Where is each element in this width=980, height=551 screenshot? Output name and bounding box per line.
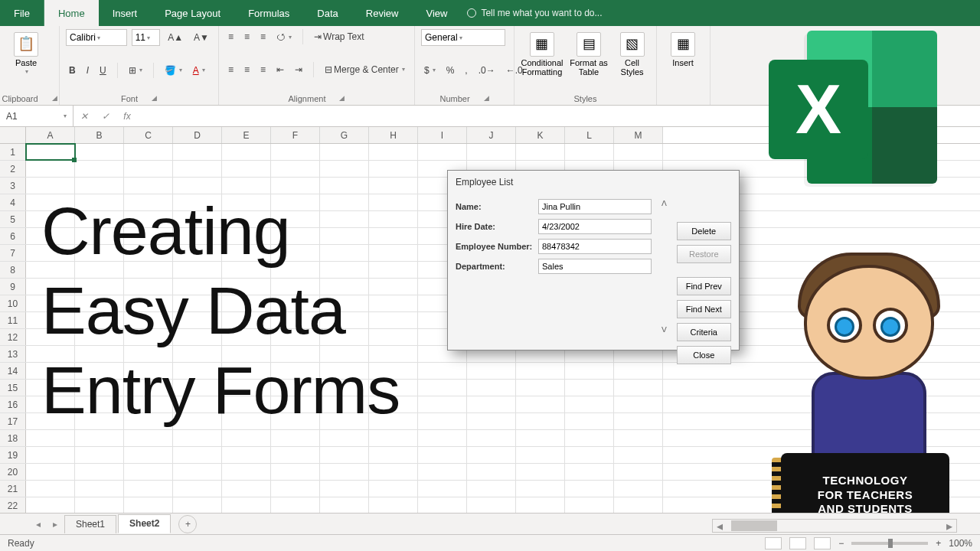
col-header[interactable]: L bbox=[565, 127, 614, 143]
cell[interactable] bbox=[467, 464, 516, 480]
row-header[interactable]: 21 bbox=[0, 481, 26, 497]
dialog-launcher-icon[interactable]: ◢ bbox=[339, 94, 345, 103]
align-left-button[interactable]: ≡ bbox=[225, 63, 237, 77]
cell[interactable] bbox=[320, 481, 369, 497]
cell[interactable] bbox=[75, 497, 124, 514]
find-next-button[interactable]: Find Next bbox=[677, 300, 732, 318]
sheet-tab[interactable]: Sheet1 bbox=[64, 515, 116, 533]
row-header[interactable]: 17 bbox=[0, 413, 26, 429]
insert-cells-button[interactable]: ▦Insert bbox=[663, 29, 703, 83]
col-header[interactable]: K bbox=[516, 127, 565, 143]
name-field[interactable] bbox=[538, 199, 652, 214]
borders-button[interactable]: ⊞▾ bbox=[126, 64, 145, 77]
department-field[interactable] bbox=[538, 259, 652, 274]
increase-indent-button[interactable]: ⇥ bbox=[292, 63, 305, 77]
cell[interactable] bbox=[271, 497, 320, 514]
col-header[interactable]: H bbox=[369, 127, 418, 143]
page-layout-view-button[interactable] bbox=[789, 537, 806, 549]
cell[interactable] bbox=[124, 430, 173, 446]
tell-me-search[interactable]: Tell me what you want to do... bbox=[467, 0, 602, 26]
cell[interactable] bbox=[173, 430, 222, 446]
align-bottom-button[interactable]: ≡ bbox=[257, 30, 269, 44]
tab-file[interactable]: File bbox=[0, 0, 44, 26]
cell[interactable] bbox=[320, 497, 369, 514]
zoom-in-button[interactable]: + bbox=[936, 538, 941, 549]
cell[interactable] bbox=[418, 447, 467, 463]
cell[interactable] bbox=[75, 430, 124, 446]
record-scrollbar[interactable]: ᐱᐯ bbox=[658, 199, 671, 334]
bold-button[interactable]: B bbox=[66, 64, 79, 77]
cell[interactable] bbox=[565, 413, 614, 429]
cell[interactable] bbox=[173, 497, 222, 514]
cell[interactable] bbox=[222, 144, 271, 160]
cell[interactable] bbox=[26, 481, 75, 497]
sheet-nav-prev[interactable]: ◂ bbox=[31, 519, 46, 530]
cell[interactable] bbox=[565, 464, 614, 480]
row-header[interactable]: 11 bbox=[0, 312, 26, 328]
cell[interactable] bbox=[271, 430, 320, 446]
name-box[interactable]: A1▾ bbox=[0, 106, 74, 126]
increase-font-button[interactable]: A▲ bbox=[165, 31, 186, 44]
cell[interactable] bbox=[418, 396, 467, 412]
align-top-button[interactable]: ≡ bbox=[225, 30, 237, 44]
cell[interactable] bbox=[75, 464, 124, 480]
cell[interactable] bbox=[124, 464, 173, 480]
format-as-table-button[interactable]: ▤Format as Table bbox=[568, 29, 609, 83]
cell[interactable] bbox=[26, 464, 75, 480]
row-header[interactable]: 10 bbox=[0, 295, 26, 311]
cell[interactable] bbox=[614, 396, 663, 412]
col-header[interactable]: A bbox=[26, 127, 75, 143]
cell[interactable] bbox=[467, 430, 516, 446]
cell[interactable] bbox=[516, 413, 565, 429]
cell[interactable] bbox=[565, 447, 614, 463]
horizontal-scrollbar[interactable]: ◂▸ bbox=[712, 519, 957, 533]
tab-insert[interactable]: Insert bbox=[99, 0, 152, 26]
cell[interactable] bbox=[271, 161, 320, 177]
zoom-slider[interactable] bbox=[851, 542, 928, 545]
cell[interactable] bbox=[124, 447, 173, 463]
paste-button[interactable]: 📋 Paste ▾ bbox=[6, 29, 46, 83]
page-break-view-button[interactable] bbox=[814, 537, 831, 549]
zoom-out-button[interactable]: − bbox=[838, 538, 844, 549]
col-header[interactable]: F bbox=[271, 127, 320, 143]
decrease-indent-button[interactable]: ⇤ bbox=[273, 63, 287, 77]
restore-button[interactable]: Restore bbox=[677, 245, 732, 263]
cell[interactable] bbox=[369, 481, 418, 497]
sheet-nav-next[interactable]: ▸ bbox=[47, 519, 63, 530]
find-prev-button[interactable]: Find Prev bbox=[677, 277, 732, 295]
row-header[interactable]: 9 bbox=[0, 279, 26, 295]
cell[interactable] bbox=[271, 144, 320, 160]
cell[interactable] bbox=[320, 430, 369, 446]
row-header[interactable]: 13 bbox=[0, 346, 26, 362]
row-header[interactable]: 7 bbox=[0, 245, 26, 261]
cell[interactable] bbox=[516, 396, 565, 412]
col-header[interactable]: G bbox=[320, 127, 369, 143]
cell[interactable] bbox=[124, 481, 173, 497]
row-header[interactable]: 16 bbox=[0, 396, 26, 412]
cell[interactable] bbox=[26, 497, 75, 514]
row-header[interactable]: 2 bbox=[0, 161, 26, 177]
cancel-icon[interactable]: ✕ bbox=[74, 111, 95, 122]
decrease-font-button[interactable]: A▼ bbox=[191, 31, 212, 44]
cell[interactable] bbox=[565, 497, 614, 514]
cell[interactable] bbox=[320, 144, 369, 160]
tab-data[interactable]: Data bbox=[303, 0, 351, 26]
fx-icon[interactable]: fx bbox=[116, 111, 138, 122]
close-button[interactable]: Close bbox=[677, 346, 732, 364]
row-header[interactable]: 15 bbox=[0, 380, 26, 396]
cell[interactable] bbox=[565, 380, 614, 396]
cell[interactable] bbox=[320, 447, 369, 463]
row-header[interactable]: 4 bbox=[0, 194, 26, 210]
col-header[interactable]: D bbox=[173, 127, 222, 143]
sheet-tab[interactable]: Sheet2 bbox=[118, 514, 171, 533]
cell[interactable] bbox=[565, 144, 614, 160]
cell-styles-button[interactable]: ▧Cell Styles bbox=[614, 29, 650, 83]
cell[interactable] bbox=[222, 497, 271, 514]
cell[interactable] bbox=[26, 161, 75, 177]
chevron-down-icon[interactable]: ᐯ bbox=[662, 325, 667, 334]
wrap-text-button[interactable]: ⇥ Wrap Text bbox=[311, 30, 368, 44]
cell[interactable] bbox=[26, 430, 75, 446]
tab-page-layout[interactable]: Page Layout bbox=[151, 0, 234, 26]
cell[interactable] bbox=[222, 447, 271, 463]
hire-date-field[interactable] bbox=[538, 219, 652, 234]
